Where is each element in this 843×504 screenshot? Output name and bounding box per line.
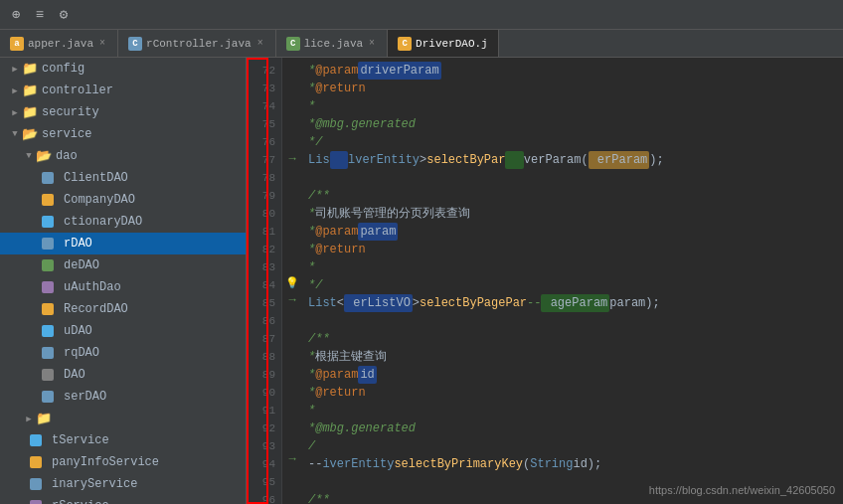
tab-apper[interactable]: a apper.java ×: [0, 30, 118, 57]
sidebar-item-recorddao[interactable]: RecordDAO: [0, 298, 246, 320]
sidebar-item-clientdao[interactable]: ClientDAO: [0, 167, 246, 189]
code-line-91: *: [308, 402, 843, 420]
sidebar-label-controller: controller: [42, 84, 113, 97]
code-line-84: */: [308, 276, 843, 294]
sidebar-label-panyinfoservice: panyInfoService: [48, 455, 159, 469]
sidebar-item-rqdao[interactable]: rqDAO: [0, 342, 246, 364]
tab-icon-3: C: [286, 37, 300, 51]
sidebar-item-uauthdao[interactable]: uAuthDao: [0, 276, 246, 298]
file-icon-clientdao: [40, 170, 56, 186]
sidebar-item-rservice[interactable]: rService: [0, 495, 246, 504]
sidebar-item-dedao[interactable]: deDAO: [0, 254, 246, 276]
arrow-icon-config: ▶: [8, 62, 22, 76]
toolbar: ⊕ ≡ ⚙: [0, 0, 843, 30]
file-icon-panyinfoservice: [28, 454, 44, 470]
tab-label-1: apper.java: [28, 38, 93, 50]
sidebar-item-service[interactable]: ▼ service: [0, 123, 246, 145]
sidebar-label-udao: uDAO: [60, 324, 92, 338]
sidebar-item-panyinfoservice[interactable]: panyInfoService: [0, 451, 246, 473]
code-line-92: * @mbg.generated: [308, 420, 843, 437]
main-content: ▶ config ▶ controller ▶ security ▼ servi…: [0, 58, 843, 504]
globe-icon[interactable]: ⊕: [6, 5, 26, 25]
tab-close-1[interactable]: ×: [97, 38, 107, 49]
gutter: → 💡 → →: [282, 58, 302, 504]
file-icon-companydao: [40, 192, 56, 208]
code-line-81: * @param param: [308, 223, 843, 241]
file-icon-dao2: [40, 367, 56, 383]
arrow-icon-empty: ▶: [22, 412, 36, 425]
code-line-78: [308, 169, 843, 187]
tab-controller[interactable]: C rController.java ×: [118, 30, 276, 57]
gutter-96: [282, 486, 302, 504]
sidebar-item-tservice[interactable]: tService: [0, 429, 246, 451]
gutter-84-bulb[interactable]: 💡: [282, 274, 302, 292]
file-icon-rservice: [28, 498, 44, 504]
sidebar-item-dao2[interactable]: DAO: [0, 364, 246, 386]
code-lines: * @param driverParam * @return * * @mbg.…: [302, 58, 843, 504]
sidebar-item-ctionarydao[interactable]: ctionaryDAO: [0, 211, 246, 233]
sidebar-label-clientdao: ClientDAO: [60, 171, 128, 185]
folder-icon-dao: [36, 148, 52, 164]
file-icon-dedao: [40, 257, 56, 273]
sidebar-label-ctionarydao: ctionaryDAO: [60, 215, 142, 229]
sidebar-item-empty-folder[interactable]: ▶: [0, 408, 246, 429]
sidebar-item-config[interactable]: ▶ config: [0, 58, 246, 80]
code-line-93: /: [308, 437, 843, 455]
tab-driver-dao[interactable]: C DriverDAO.j: [388, 30, 499, 57]
gutter-91: [282, 398, 302, 416]
gutter-86: [282, 309, 302, 327]
sidebar-item-dao[interactable]: ▼ dao: [0, 145, 246, 167]
file-icon-recorddao: [40, 301, 56, 317]
code-line-89: * @param id: [308, 366, 843, 384]
sidebar-item-rdao[interactable]: rDAO: [0, 233, 246, 254]
code-line-94: --iverEntity selectByPrimaryKey(String i…: [308, 455, 843, 473]
gutter-90: [282, 380, 302, 398]
gutter-76: [282, 132, 302, 150]
sidebar-label-inaryservice: inaryService: [48, 477, 137, 491]
tab-close-3[interactable]: ×: [367, 38, 377, 49]
tab-label-3: lice.java: [304, 38, 363, 50]
sidebar-label-userdao: serDAO: [60, 390, 106, 404]
code-line-80: * 司机账号管理的分页列表查询: [308, 205, 843, 223]
sidebar-label-dao: dao: [56, 149, 78, 163]
code-line-72: * @param driverParam: [308, 62, 843, 80]
sidebar-label-tservice: tService: [48, 433, 109, 447]
sidebar-label-service: service: [42, 127, 91, 141]
folder-icon-empty: [36, 411, 52, 426]
sidebar-label-config: config: [42, 62, 84, 76]
folder-icon-controller: [22, 83, 38, 98]
tab-icon-2: C: [128, 37, 142, 51]
watermark: https://blog.csdn.net/weixin_42605050: [649, 484, 835, 496]
gutter-89: [282, 363, 302, 381]
code-line-85: List< erListVO> selectByPagePar-- agePar…: [308, 294, 843, 312]
folder-icon-security: [22, 104, 38, 120]
file-icon-ctionarydao: [40, 214, 56, 230]
gutter-78: [282, 168, 302, 186]
sidebar-label-dao2: DAO: [60, 368, 85, 382]
sidebar-item-userdao[interactable]: serDAO: [0, 386, 246, 408]
sidebar-item-udao[interactable]: uDAO: [0, 320, 246, 342]
code-editor[interactable]: 72737475 76777879 80818283 84858687 8889…: [247, 58, 843, 504]
code-line-74: *: [308, 97, 843, 115]
sidebar-item-companydao[interactable]: CompanyDAO: [0, 189, 246, 211]
gutter-79: [282, 186, 302, 204]
sidebar-item-controller[interactable]: ▶ controller: [0, 80, 246, 101]
folder-icon-config: [22, 61, 38, 77]
gutter-80: [282, 203, 302, 221]
sidebar-label-rservice: rService: [48, 499, 109, 504]
settings-icon[interactable]: ⚙: [54, 5, 74, 25]
file-icon-inaryservice: [28, 476, 44, 492]
code-line-77: Lis lverEntity> selectByPar verParam ( e…: [308, 151, 843, 169]
code-line-75: * @mbg.generated: [308, 115, 843, 133]
menu-icon[interactable]: ≡: [30, 5, 50, 25]
arrow-icon-dao: ▼: [22, 149, 36, 163]
code-area: 72737475 76777879 80818283 84858687 8889…: [247, 58, 843, 504]
file-icon-uauthdao: [40, 279, 56, 295]
tab-label-4: DriverDAO.j: [416, 38, 488, 50]
code-line-76: */: [308, 133, 843, 151]
tab-ice[interactable]: C lice.java ×: [276, 30, 388, 57]
tab-close-2[interactable]: ×: [255, 38, 265, 49]
sidebar-item-inaryservice[interactable]: inaryService: [0, 473, 246, 495]
gutter-81: [282, 221, 302, 239]
sidebar-item-security[interactable]: ▶ security: [0, 101, 246, 123]
